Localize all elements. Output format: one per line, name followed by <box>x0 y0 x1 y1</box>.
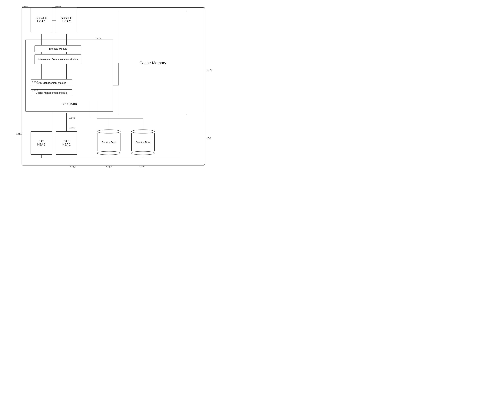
hca2-box: SCSI/FCHCA 2 <box>56 7 77 32</box>
hba2-box: SASHBA 2 <box>56 131 77 155</box>
hca1-box: SCSI/FCHCA 1 <box>30 7 52 32</box>
disk1-top <box>97 129 120 134</box>
ref-150: 150 <box>206 137 211 140</box>
ref-1555: 1555 <box>70 165 76 169</box>
disk2-body: Service Disk <box>131 133 155 151</box>
ref-1530: 1530 <box>32 81 38 84</box>
hba1-label: SASHBA 1 <box>37 140 45 146</box>
service-disk-2: Service Disk <box>131 129 155 155</box>
ref-1525: 1525 <box>139 165 145 169</box>
ref-1570: 1570 <box>206 68 212 71</box>
disk2-label: Service Disk <box>136 141 150 144</box>
cpu-box: Interface Module Inter-server Communicat… <box>25 40 113 111</box>
diagram-container: 1560 1565 1570 150 SCSI/FCHCA 1 SCSI/FCH… <box>0 0 216 180</box>
ref-1535: 1535 <box>32 89 38 92</box>
ref-1545: 1545 <box>69 116 75 119</box>
hca2-label: SCSI/FCHCA 2 <box>61 17 72 23</box>
disk2-top <box>131 129 155 134</box>
cache-mgmt-label: Cache Management Module <box>36 91 67 94</box>
disk1-body: Service Disk <box>97 133 120 151</box>
disk2-bottom <box>131 151 155 155</box>
interserver-module-label: Inter-server Communication Module <box>38 58 78 61</box>
cache-memory-box: Cache Memory <box>119 11 187 115</box>
hba2-label: SASHBA 2 <box>62 140 71 146</box>
interface-module-label: Interface Module <box>48 47 67 50</box>
disk1-label: Service Disk <box>102 141 116 144</box>
ref-1550: 1550 <box>16 132 22 135</box>
service-disk-1: Service Disk <box>97 129 120 155</box>
ref-1560: 1560 <box>22 5 28 8</box>
interface-module-box: Interface Module <box>35 45 81 52</box>
disk1-bottom <box>97 151 120 155</box>
sas-mgmt-label: SAS Management Module <box>37 81 66 84</box>
ref-1540: 1540 <box>69 126 75 129</box>
interserver-module-box: Inter-server Communication Module <box>35 54 81 64</box>
hca1-label: SCSI/FCHCA 1 <box>36 17 47 23</box>
cache-memory-label: Cache Memory <box>139 61 166 65</box>
ref-1520: 1520 <box>106 165 112 169</box>
hba1-box: SASHBA 1 <box>30 131 52 155</box>
cpu-label: CPU (1510) <box>62 103 77 106</box>
